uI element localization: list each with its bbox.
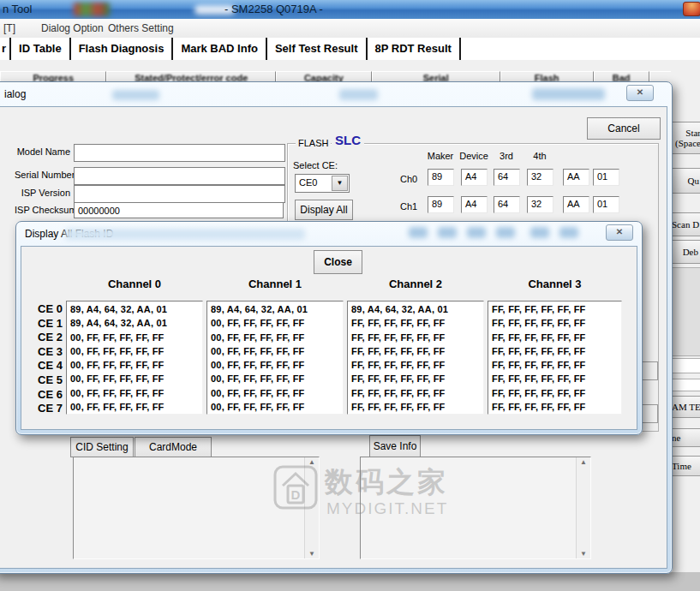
tabbar-filler	[461, 38, 700, 60]
scroll-down-icon[interactable]: ▼	[305, 550, 319, 558]
isp-checksum-label: ISP Checksum	[15, 205, 70, 215]
glass-blur-blob	[112, 90, 159, 100]
channel-1-header: Channel 1	[206, 278, 344, 290]
glass-blur-blob	[496, 227, 515, 238]
scroll-up-icon[interactable]: ▲	[577, 458, 590, 466]
cid-setting-button[interactable]: CID Setting	[70, 437, 134, 457]
ch1-id-0[interactable]: 89	[428, 196, 454, 213]
main-dialog-close-icon[interactable]: ✕	[626, 85, 654, 101]
cardmode-button[interactable]: CardMode	[135, 437, 212, 457]
channel-1-id-list[interactable]: 89, A4, 64, 32, AA, 01 00, FF, FF, FF, F…	[206, 301, 344, 415]
ce-combobox[interactable]: CE0 ▼	[295, 174, 350, 193]
glass-blur-blob	[530, 227, 549, 238]
select-ce-label: Select CE:	[293, 160, 338, 170]
ch0-id-4[interactable]: AA	[563, 169, 589, 186]
flash-id-dialog-close-icon[interactable]: ✕	[606, 224, 633, 241]
channel-2-id-list[interactable]: 89, A4, 64, 32, AA, 01 FF, FF, FF, FF, F…	[347, 301, 484, 415]
ch0-id-1[interactable]: A4	[461, 169, 488, 186]
side-panel	[671, 267, 700, 356]
channel-3-header: Channel 3	[488, 278, 622, 290]
channel-3-id-list[interactable]: FF, FF, FF, FF, FF, FF FF, FF, FF, FF, F…	[488, 301, 622, 415]
time-button[interactable]: Time	[671, 456, 700, 476]
flash-type-label: SLC	[332, 133, 364, 147]
flash-group-label: FLASH	[296, 138, 331, 148]
channel-0-header: Channel 0	[66, 278, 203, 290]
app-title-fragment: n Tool	[3, 3, 32, 15]
flash-id-dialog: Display All Flash ID ✕ Close Channel 0 C…	[15, 221, 643, 435]
id-col-device: Device	[455, 151, 493, 161]
isp-version-field[interactable]	[74, 185, 285, 203]
main-titlebar: n Tool - SM2258 Q0719A -	[0, 0, 700, 20]
right-log-scrollbar[interactable]: ▲ ▼	[576, 457, 590, 558]
tab-8p-rdt-result[interactable]: 8P RDT Result	[368, 38, 461, 60]
ch1-label: Ch1	[400, 201, 417, 212]
window-control-button[interactable]	[683, 2, 700, 16]
main-dialog-title: ialog	[4, 88, 26, 100]
glass-blur-blob	[532, 88, 605, 100]
glass-blur-blob	[409, 227, 428, 238]
cancel-button[interactable]: Cancel	[587, 117, 661, 140]
menu-item-others-setting[interactable]: Others Setting	[108, 22, 174, 34]
serial-number-label: Serial Number	[15, 170, 70, 180]
menu-item-t[interactable]: [T]	[3, 22, 15, 34]
main-dialog-titlebar: ialog ✕	[0, 82, 672, 106]
ch1-id-2[interactable]: 64	[494, 196, 520, 213]
tab-cutoff[interactable]: r	[0, 38, 11, 60]
isp-checksum-field[interactable]: 00000000	[74, 202, 284, 218]
tab-bar: r ID Table Flash Diagnosis Mark BAD Info…	[0, 38, 700, 60]
ch1-id-3[interactable]: 32	[527, 196, 553, 213]
glass-blur-blob	[65, 229, 305, 240]
censored-logo-patch	[74, 3, 110, 16]
chevron-down-icon[interactable]: ▼	[332, 176, 348, 191]
scan-button[interactable]: Scan D	[671, 212, 700, 236]
svg-text:D: D	[291, 487, 301, 502]
ram-test-button[interactable]: AM TE	[671, 396, 700, 418]
side-field-2[interactable]	[671, 379, 700, 391]
ch0-label: Ch0	[400, 174, 417, 184]
save-info-button[interactable]: Save Info	[369, 435, 421, 457]
watermark-cn-text: 数码之家	[325, 463, 448, 502]
menu-bar: [T] Dialog Option Others Setting	[0, 19, 700, 39]
tab-mark-bad-info[interactable]: Mark BAD Info	[173, 38, 267, 60]
start-button[interactable]: Star (Space	[671, 122, 700, 154]
scroll-down-icon[interactable]: ▼	[577, 550, 590, 558]
glass-blur-blob	[339, 89, 378, 100]
glass-blur-blob	[559, 227, 578, 238]
ch0-id-2[interactable]: 64	[494, 169, 520, 186]
id-col-maker: Maker	[423, 151, 458, 161]
display-all-button[interactable]: Display All	[295, 200, 353, 220]
ch1-id-1[interactable]: A4	[461, 196, 488, 213]
flash-id-dialog-titlebar: Display All Flash ID ✕	[16, 222, 642, 246]
watermark-house-icon: D	[272, 460, 320, 511]
ch1-id-5[interactable]: 01	[593, 196, 619, 213]
model-name-field[interactable]	[74, 144, 285, 162]
channel-2-header: Channel 2	[347, 278, 484, 290]
serial-number-field[interactable]	[74, 167, 285, 185]
ch0-id-0[interactable]: 89	[428, 169, 454, 186]
menu-item-dialog-option[interactable]: Dialog Option	[41, 22, 104, 34]
close-button[interactable]: Close	[314, 250, 362, 274]
side-field-1[interactable]	[671, 358, 700, 373]
watermark-en-text: MYDIGIT.NET	[326, 499, 448, 518]
tab-self-test-result[interactable]: Self Test Result	[267, 38, 368, 60]
id-col-3rd: 3rd	[492, 151, 521, 161]
window-title: - SM2258 Q0719A -	[224, 3, 323, 15]
ne-button[interactable]: ne	[671, 428, 700, 447]
flash-id-dialog-client: Close Channel 0 Channel 1 Channel 2 Chan…	[21, 246, 637, 430]
ch0-id-5[interactable]: 01	[593, 169, 619, 186]
ch1-id-4[interactable]: AA	[563, 196, 589, 213]
tab-id-table[interactable]: ID Table	[11, 38, 71, 60]
ce-label-column: CE 0 CE 1 CE 2 CE 3 CE 4 CE 5 CE 6 CE 7	[21, 302, 63, 416]
model-name-label: Model Name	[15, 146, 70, 157]
screen: n Tool - SM2258 Q0719A - [T] Dialog Opti…	[0, 0, 700, 591]
quit-button[interactable]: Qu	[671, 168, 700, 194]
isp-version-label: ISP Version	[15, 188, 70, 198]
id-col-4th: 4th	[525, 151, 554, 161]
glass-blur-blob	[467, 227, 486, 238]
right-button-strip: Star (Space Qu Scan D Deb AM TE ne Time	[671, 71, 700, 572]
debug-button[interactable]: Deb	[671, 240, 700, 264]
channel-0-id-list[interactable]: 89, A4, 64, 32, AA, 01 89, A4, 64, 32, A…	[66, 301, 203, 415]
ch0-id-3[interactable]: 32	[527, 169, 553, 186]
tab-flash-diagnosis[interactable]: Flash Diagnosis	[71, 38, 174, 60]
ce-combobox-value: CE0	[299, 177, 317, 188]
